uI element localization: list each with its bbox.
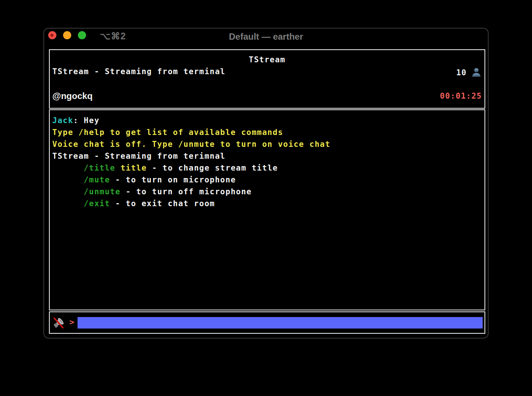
chat-line: /mute - to turn on microphone	[52, 174, 485, 186]
chat-line: Jack: Hey	[52, 115, 485, 126]
chat-segment: - to exit chat room	[110, 199, 215, 208]
chat-line: Voice chat is off. Type /unmute to turn …	[52, 138, 485, 150]
muted-speaker-icon[interactable]	[52, 316, 65, 330]
chat-segment: Jack	[52, 116, 73, 125]
chat-segment: /exit	[84, 199, 110, 208]
chat-segment: Type /help to get list of available comm…	[52, 128, 283, 137]
chat-segment	[52, 164, 84, 172]
chat-line: /exit - to exit chat room	[52, 198, 485, 209]
chat-line: TStream - Streaming from terimnal	[52, 150, 485, 162]
stream-title: TStream - Streaming from terminal	[52, 67, 226, 76]
chat-segment	[52, 199, 84, 208]
chat-segment: /unmute	[84, 187, 121, 196]
chat-segment: - to change stream title	[147, 164, 278, 172]
titlebar[interactable]: ⌥⌘2 Default — earther	[44, 29, 488, 49]
chat-segment: title	[121, 164, 147, 172]
desktop: ⌥⌘2 Default — earther TStream TStream - …	[0, 0, 532, 396]
viewer-count: 10	[456, 68, 467, 77]
elapsed-timer: 00:01:25	[440, 92, 482, 100]
message-input-bar: >	[49, 311, 485, 334]
terminal-window: ⌥⌘2 Default — earther TStream TStream - …	[43, 28, 489, 339]
chat-segment	[115, 164, 121, 172]
chat-segment: : Hey	[73, 116, 100, 125]
chat-segment: - to turn on microphone	[110, 175, 236, 184]
person-silhouette-icon	[471, 67, 482, 78]
chat-segment: /title	[84, 164, 115, 172]
window-title: Default — earther	[44, 32, 488, 42]
chat-segment	[52, 187, 84, 196]
chat-line: /unmute - to turn off microphone	[52, 186, 485, 198]
chat-panel: Jack: HeyType /help to get list of avail…	[49, 109, 485, 310]
app-title: TStream	[50, 55, 485, 64]
chat-line: Type /help to get list of available comm…	[52, 126, 485, 138]
chat-line: /title title - to change stream title	[52, 162, 485, 174]
chat-segment: - to turn off microphone	[121, 187, 252, 196]
chat-segment: TStream - Streaming from terimnal	[52, 152, 226, 161]
streamer-username: @ngockq	[52, 91, 93, 101]
chat-input[interactable]	[78, 317, 483, 329]
chat-segment: Voice chat is off. Type /unmute to turn …	[52, 140, 331, 149]
chat-segment	[52, 175, 84, 184]
stream-header-panel: TStream TStream - Streaming from termina…	[49, 49, 485, 109]
viewer-counter: 10	[456, 67, 482, 78]
prompt-chevron: >	[69, 317, 75, 327]
chat-segment: /mute	[84, 175, 110, 184]
